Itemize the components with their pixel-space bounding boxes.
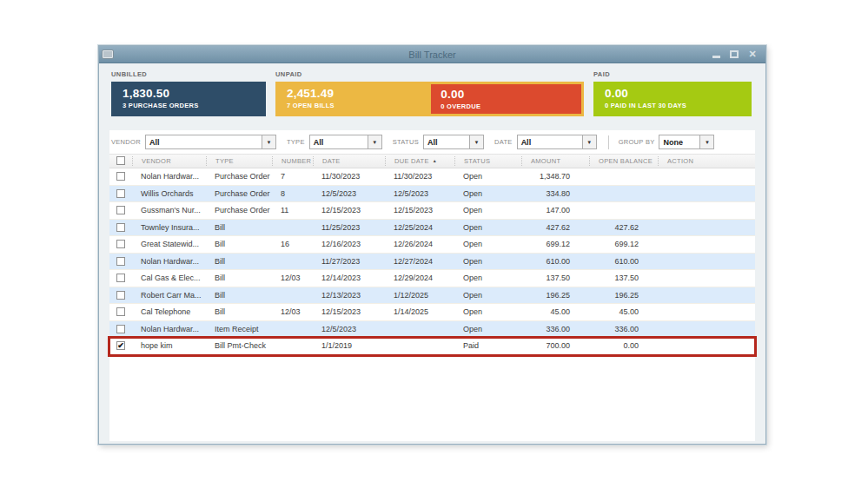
cell-due-date: 12/26/2024 [385, 240, 454, 248]
date-filter-label: DATE [494, 138, 513, 146]
cell-due-date: 12/27/2024 [385, 257, 454, 266]
cell-due-date: 12/15/2023 [385, 206, 454, 214]
table-body: Nolan Hardwar...Purchase Order711/30/202… [109, 168, 755, 355]
select-all-checkbox[interactable] [116, 156, 125, 165]
filter-separator [608, 135, 609, 149]
status-filter-dropdown[interactable]: All ▼ [423, 135, 484, 149]
table-row[interactable]: Great Statewid...Bill1612/16/202312/26/2… [109, 236, 755, 254]
cell-number: 12/03 [272, 274, 313, 282]
column-header-open-balance[interactable]: OPEN BALANCE [589, 156, 658, 166]
table-row[interactable]: Nolan Hardwar...Item Receipt12/5/2023Ope… [109, 321, 755, 339]
cell-date: 12/13/2023 [313, 291, 385, 300]
cell-type: Bill [206, 223, 272, 232]
cell-amount: 147.00 [521, 206, 589, 214]
bill-tracker-window: Bill Tracker ✕ UNBILLED 1,830.50 3 PURCH… [98, 45, 766, 445]
row-checkbox[interactable]: ✔ [116, 341, 125, 350]
minimize-button[interactable] [711, 46, 721, 63]
filter-bar: VENDOR All ▼ TYPE All ▼ STATUS All ▼ DAT… [109, 130, 755, 154]
table-row[interactable]: Cal TelephoneBill12/0312/15/20231/14/202… [109, 304, 755, 321]
cell-amount: 45.00 [521, 307, 589, 316]
cell-vendor: Robert Carr Ma... [132, 291, 206, 300]
cell-vendor: Townley Insura... [132, 223, 206, 232]
row-checkbox-cell: ✔ [109, 341, 132, 350]
row-checkbox[interactable] [116, 223, 125, 232]
table-row[interactable]: Nolan Hardwar...Bill11/27/202312/27/2024… [109, 254, 755, 271]
table-row[interactable]: Willis OrchardsPurchase Order812/5/20231… [109, 186, 755, 203]
unbilled-group: UNBILLED 1,830.50 3 PURCHASE ORDERS [111, 70, 266, 116]
window-controls: ✕ [711, 46, 765, 63]
unbilled-card[interactable]: 1,830.50 3 PURCHASE ORDERS [111, 82, 266, 116]
cell-vendor: Cal Gas & Elec... [132, 274, 206, 282]
column-header-vendor[interactable]: VENDOR [132, 156, 206, 166]
cell-vendor: Gussman's Nur... [132, 206, 206, 214]
group-by-dropdown[interactable]: None ▼ [659, 135, 714, 149]
chevron-down-icon: ▼ [372, 140, 377, 145]
overdue-card[interactable]: 0.00 0 OVERDUE [431, 84, 581, 114]
overdue-amount: 0.00 [441, 88, 581, 101]
app-icon [102, 49, 114, 59]
cell-number: 8 [272, 189, 313, 198]
type-filter-dropdown[interactable]: All ▼ [309, 135, 382, 149]
cell-open-balance: 137.50 [589, 274, 658, 282]
cell-status: Open [454, 240, 521, 248]
maximize-button[interactable] [729, 46, 739, 63]
column-header-action[interactable]: ACTION [658, 156, 755, 166]
cell-date: 11/25/2023 [313, 223, 385, 232]
cell-date: 12/15/2023 [313, 206, 385, 214]
cell-status: Open [454, 274, 521, 282]
vendor-filter-label: VENDOR [111, 138, 141, 146]
row-checkbox[interactable] [116, 274, 125, 282]
group-by-arrow-button[interactable]: ▼ [699, 135, 713, 148]
column-header-status[interactable]: STATUS [454, 156, 521, 166]
summary-cards: UNBILLED 1,830.50 3 PURCHASE ORDERS UNPA… [99, 63, 765, 116]
cell-due-date: 11/30/2023 [385, 172, 454, 181]
row-checkbox[interactable] [116, 240, 125, 248]
desktop: Bill Tracker ✕ UNBILLED 1,830.50 3 PURCH… [0, 0, 868, 488]
row-checkbox-cell [109, 240, 132, 248]
cell-due-date: 12/5/2023 [385, 189, 454, 198]
cell-vendor: Great Statewid... [132, 240, 206, 248]
cell-amount: 700.00 [521, 341, 589, 350]
row-checkbox[interactable] [116, 307, 125, 316]
cell-amount: 699.12 [521, 240, 589, 248]
vendor-filter-dropdown[interactable]: All ▼ [145, 135, 276, 149]
row-checkbox-cell [109, 223, 132, 232]
row-checkbox[interactable] [116, 325, 125, 333]
paid-amount: 0.00 [605, 87, 752, 100]
cell-amount: 427.62 [521, 223, 589, 232]
paid-sub: 0 PAID IN LAST 30 DAYS [605, 102, 752, 109]
column-header-number[interactable]: NUMBER [272, 156, 313, 166]
cell-status: Open [454, 291, 521, 300]
type-filter-label: TYPE [287, 138, 305, 146]
paid-card[interactable]: 0.00 0 PAID IN LAST 30 DAYS [593, 82, 752, 116]
table-row[interactable]: Gussman's Nur...Purchase Order1112/15/20… [109, 202, 755, 220]
titlebar[interactable]: Bill Tracker ✕ [99, 46, 765, 63]
column-header-amount[interactable]: AMOUNT [521, 156, 589, 166]
table-row[interactable]: Robert Carr Ma...Bill12/13/20231/12/2025… [109, 287, 755, 305]
status-filter-arrow-button[interactable]: ▼ [469, 135, 483, 148]
column-header-date[interactable]: DATE [313, 156, 385, 166]
status-filter-value: All [424, 135, 469, 148]
row-checkbox[interactable] [116, 257, 125, 266]
table-row[interactable]: Cal Gas & Elec...Bill12/0312/14/202312/2… [109, 270, 755, 287]
close-button[interactable]: ✕ [747, 46, 758, 63]
date-filter-arrow-button[interactable]: ▼ [582, 135, 596, 148]
row-checkbox[interactable] [116, 291, 125, 300]
row-checkbox[interactable] [116, 172, 125, 181]
type-filter-arrow-button[interactable]: ▼ [368, 135, 381, 148]
unbilled-amount: 1,830.50 [123, 87, 266, 100]
vendor-filter-arrow-button[interactable]: ▼ [262, 135, 275, 148]
unpaid-card[interactable]: 2,451.49 7 OPEN BILLS 0.00 0 OVERDUE [275, 82, 584, 116]
row-checkbox[interactable] [116, 189, 125, 198]
cell-open-balance: 45.00 [589, 307, 658, 316]
table-row[interactable]: Townley Insura...Bill11/25/202312/25/202… [109, 220, 755, 237]
table-row[interactable]: Nolan Hardwar...Purchase Order711/30/202… [109, 168, 755, 186]
cell-open-balance: 610.00 [589, 257, 658, 266]
cell-status: Open [454, 172, 521, 181]
column-header-due-date[interactable]: DUE DATE▲ [385, 156, 454, 166]
row-checkbox[interactable] [116, 206, 125, 214]
date-filter-dropdown[interactable]: All ▼ [517, 135, 597, 149]
unpaid-group: UNPAID 2,451.49 7 OPEN BILLS 0.00 0 OVER… [275, 70, 584, 116]
column-header-type[interactable]: TYPE [206, 156, 272, 166]
table-row[interactable]: ✔hope kimBill Pmt-Check1/1/2019Paid700.0… [109, 338, 755, 355]
